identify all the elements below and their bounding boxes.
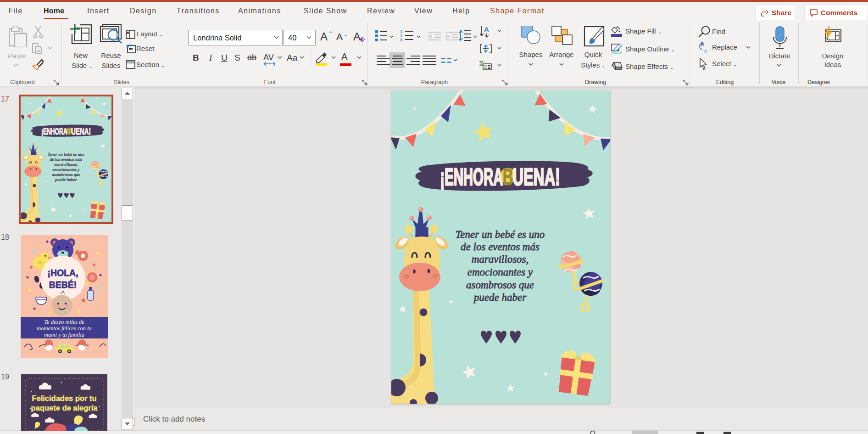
svg-text:momentos felices con tu: momentos felices con tu bbox=[37, 325, 92, 332]
svg-text:¡HOLA,: ¡HOLA, bbox=[47, 268, 78, 278]
svg-text:c: c bbox=[704, 48, 707, 54]
svg-text:A: A bbox=[484, 26, 489, 33]
svg-text:3: 3 bbox=[400, 38, 402, 42]
svg-text:Felicidades por tu: Felicidades por tu bbox=[32, 394, 96, 402]
svg-text:Te deseo miles de: Te deseo miles de bbox=[44, 319, 84, 325]
svg-text:paquete de alegría: paquete de alegría bbox=[31, 404, 98, 412]
svg-text:BEBÉ!: BEBÉ! bbox=[49, 280, 77, 290]
svg-text:mami y tu familia: mami y tu familia bbox=[44, 332, 84, 338]
